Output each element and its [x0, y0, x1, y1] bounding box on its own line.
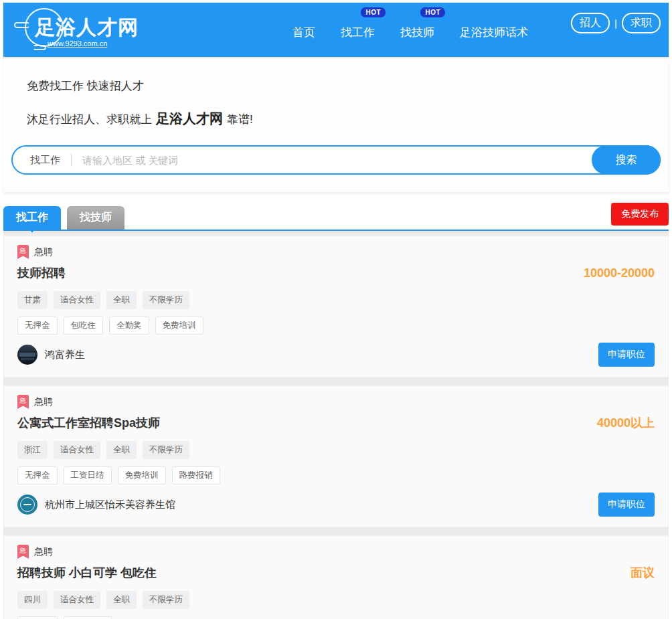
job-tag: 全职: [106, 441, 137, 459]
job-benefit: 全勤奖: [109, 317, 149, 335]
job-benefit: 保底工资: [64, 616, 112, 619]
logo-cloud-icon: [33, 45, 46, 50]
urgent-label: 急聘: [34, 246, 53, 258]
jobseek-button[interactable]: 求职: [622, 13, 661, 33]
company-name[interactable]: 杭州市上城区怡禾美容养生馆: [45, 499, 175, 511]
job-tag: 全职: [106, 591, 137, 609]
job-benefit: 包吃住: [64, 317, 104, 335]
company-row: 鸿富养生 申请职位: [17, 343, 655, 367]
job-benefit: 工资日结: [64, 466, 112, 484]
hero-brand-name: 足浴人才网: [156, 111, 223, 126]
tag-row: 甘肃 适合女性 全职 不限学历: [17, 291, 655, 309]
hot-badge: HOT: [420, 7, 445, 17]
header-actions: 招人 | 求职: [571, 13, 661, 40]
job-tag: 不限学历: [143, 291, 189, 309]
nav-label: 找技师: [400, 26, 434, 39]
urgent-icon: 急: [17, 245, 29, 259]
nav-item-technician-scripts[interactable]: 足浴技师话术: [460, 9, 528, 40]
urgent-label: 急聘: [34, 546, 53, 558]
search-divider: [71, 154, 72, 167]
job-card: 急 急聘 招聘技师 小白可学 包吃住 面议 四川 适合女性 全职 不限学历 包吃…: [3, 535, 669, 619]
job-list: 急 急聘 技师招聘 10000-20000 甘肃 适合女性 全职 不限学历 无押…: [3, 231, 669, 619]
tab-find-job[interactable]: 找工作: [3, 206, 61, 230]
search-category-selector[interactable]: 找工作: [30, 154, 60, 167]
company-name[interactable]: 鸿富养生: [45, 349, 85, 361]
recruit-button[interactable]: 招人: [571, 13, 610, 33]
title-row: 公寓式工作室招聘Spa技师 40000以上: [17, 415, 655, 431]
job-benefit: 包吃住: [17, 616, 58, 619]
hero-slogan-2: 沐足行业招人、求职就上足浴人才网靠谱!: [27, 110, 661, 128]
job-tag: 不限学历: [143, 441, 189, 459]
job-tag: 适合女性: [54, 291, 100, 309]
job-title[interactable]: 公寓式工作室招聘Spa技师: [17, 415, 160, 431]
page: 足浴人才网 www.9293.com.cn 首页 HOT 找工作 HOT 找技师…: [0, 0, 672, 619]
job-benefit: 免费培训: [155, 317, 203, 335]
job-benefit: 路费报销: [172, 466, 220, 484]
benefit-row: 包吃住 保底工资: [17, 616, 655, 619]
job-title[interactable]: 招聘技师 小白可学 包吃住: [17, 565, 157, 581]
urgent-icon: 急: [17, 395, 29, 409]
job-tag: 适合女性: [54, 591, 100, 609]
job-benefit: 无押金: [17, 317, 58, 335]
job-tag: 浙江: [17, 441, 48, 459]
urgent-row: 急 急聘: [17, 245, 655, 259]
logo-cloud-icon: [14, 22, 30, 28]
job-card: 急 急聘 技师招聘 10000-20000 甘肃 适合女性 全职 不限学历 无押…: [3, 236, 669, 377]
search-button[interactable]: 搜索: [592, 145, 661, 175]
nav-item-home[interactable]: 首页: [292, 9, 315, 40]
job-benefit: 免费培训: [118, 466, 166, 484]
job-tag: 甘肃: [17, 291, 48, 309]
free-publish-button[interactable]: 免费发布: [611, 203, 669, 226]
hero-slogan-2-suffix: 靠谱!: [227, 113, 253, 126]
urgent-row: 急 急聘: [17, 395, 655, 409]
job-tag: 全职: [106, 291, 137, 309]
job-tag: 适合女性: [54, 441, 100, 459]
urgent-row: 急 急聘: [17, 545, 655, 559]
company-avatar: [17, 495, 37, 515]
company-row: 杭州市上城区怡禾美容养生馆 申请职位: [17, 493, 655, 517]
urgent-label: 急聘: [34, 396, 53, 408]
company-avatar: [17, 345, 37, 365]
site-url: www.9293.com.cn: [48, 39, 107, 48]
site-logo[interactable]: 足浴人才网 www.9293.com.cn: [13, 6, 167, 54]
benefit-row: 无押金 工资日结 免费培训 路费报销: [17, 466, 655, 484]
nav-item-find-job[interactable]: HOT 找工作: [341, 9, 375, 40]
hero-slogan-1: 免费找工作 快速招人才: [27, 78, 661, 94]
tag-row: 四川 适合女性 全职 不限学历: [17, 591, 655, 609]
urgent-icon: 急: [17, 545, 29, 559]
job-salary: 10000-20000: [584, 266, 655, 280]
hero-section: 免费找工作 快速招人才 沐足行业招人、求职就上足浴人才网靠谱! 找工作 搜索: [3, 58, 669, 192]
main-nav: 首页 HOT 找工作 HOT 找技师 足浴技师话术 招人 | 求职: [292, 9, 661, 51]
search-bar: 找工作 搜索: [11, 145, 661, 175]
title-row: 招聘技师 小白可学 包吃住 面议: [17, 565, 655, 581]
title-row: 技师招聘 10000-20000: [17, 265, 655, 281]
apply-button[interactable]: 申请职位: [598, 343, 655, 367]
job-salary: 40000以上: [597, 415, 655, 431]
tab-find-technician[interactable]: 找技师: [67, 206, 124, 230]
hot-badge: HOT: [361, 7, 386, 17]
benefit-row: 无押金 包吃住 全勤奖 免费培训: [17, 317, 655, 335]
job-benefit: 无押金: [17, 466, 58, 484]
tabs-row: 找工作 找技师 免费发布: [3, 207, 669, 231]
job-card: 急 急聘 公寓式工作室招聘Spa技师 40000以上 浙江 适合女性 全职 不限…: [3, 385, 669, 527]
job-salary: 面议: [631, 565, 655, 581]
tag-row: 浙江 适合女性 全职 不限学历: [17, 441, 655, 459]
nav-item-find-technician[interactable]: HOT 找技师: [400, 9, 434, 40]
nav-label: 首页: [292, 26, 315, 39]
button-separator: |: [614, 17, 617, 29]
hero-slogan-2-prefix: 沐足行业招人、求职就上: [27, 113, 152, 126]
job-title[interactable]: 技师招聘: [17, 265, 66, 281]
search-input[interactable]: [82, 155, 659, 166]
job-tag: 不限学历: [143, 591, 189, 609]
nav-label: 找工作: [341, 26, 375, 39]
nav-label: 足浴技师话术: [460, 26, 528, 39]
apply-button[interactable]: 申请职位: [598, 493, 655, 517]
site-title: 足浴人才网: [35, 14, 139, 41]
job-tag: 四川: [17, 591, 48, 609]
site-header: 足浴人才网 www.9293.com.cn 首页 HOT 找工作 HOT 找技师…: [3, 3, 669, 57]
